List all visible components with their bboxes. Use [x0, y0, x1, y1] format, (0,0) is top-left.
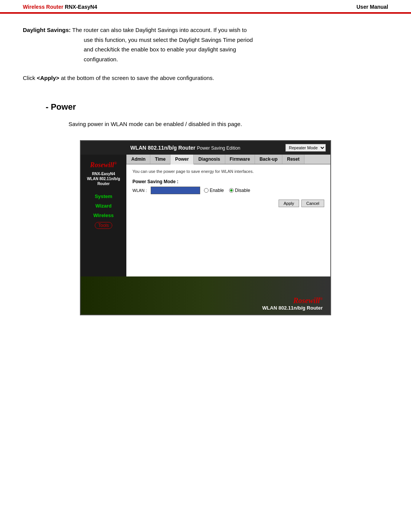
router-main-panel: Admin Time Power Diagnosis Firmware Back…	[126, 155, 330, 276]
sidebar-model: RNX-EasyN4 WLAN 802.11n/b/g Router	[81, 170, 126, 190]
daylight-label: Daylight Savings:	[23, 27, 71, 33]
tab-time[interactable]: Time	[150, 155, 170, 164]
daylight-text2: use this function, you must select the D…	[84, 37, 253, 43]
router-footer-content: Rosewill® WLAN 802.11n/b/g Router	[262, 296, 323, 311]
tab-admin[interactable]: Admin	[126, 155, 150, 164]
main-content: Daylight Savings: The router can also ta…	[0, 14, 411, 331]
enable-label: Enable	[210, 188, 224, 193]
cancel-button[interactable]: Cancel	[301, 200, 324, 207]
sidebar-item-wizard[interactable]: Wizard	[81, 201, 126, 211]
header-model: RNX-EasyN4	[65, 4, 97, 10]
wlan-row: WLAN : Enable Disable	[132, 187, 324, 194]
sidebar-item-wireless[interactable]: Wireless	[81, 211, 126, 220]
router-ui-body: Rosewill® RNX-EasyN4 WLAN 802.11n/b/g Ro…	[81, 155, 330, 276]
power-title: - Power	[46, 102, 388, 112]
header-wireless-label: Wireless Router	[23, 4, 63, 10]
sidebar-item-tools-wrap: Tools	[81, 220, 126, 231]
router-title-subtitle: Power Saving Edition	[197, 145, 240, 151]
rosewill-logo: Rosewill®	[83, 161, 124, 168]
wlan-label: WLAN :	[132, 188, 147, 193]
tab-bar: Admin Time Power Diagnosis Firmware Back…	[126, 155, 330, 165]
router-title-main: WLAN 802.11n/b/g Router	[130, 145, 195, 151]
tab-reset[interactable]: Reset	[282, 155, 304, 164]
header-right: User Manual	[357, 4, 388, 10]
sidebar-item-system[interactable]: System	[81, 192, 126, 201]
power-saving-mode-label: Power Saving Mode :	[132, 179, 324, 184]
power-intro-text: You can use the power page to save energ…	[132, 169, 324, 174]
radio-group: Enable Disable	[204, 188, 250, 193]
router-ui-header: WLAN 802.11n/b/g Router Power Saving Edi…	[81, 141, 330, 155]
power-section: - Power Saving power in WLAN mode can be…	[23, 102, 388, 315]
router-title: WLAN 802.11n/b/g Router Power Saving Edi…	[130, 145, 240, 151]
wlan-input[interactable]	[151, 187, 200, 194]
apply-button[interactable]: Apply	[279, 200, 299, 207]
radio-enable[interactable]: Enable	[204, 188, 224, 193]
router-title-area: WLAN 802.11n/b/g Router Power Saving Edi…	[85, 145, 285, 151]
tab-power[interactable]: Power	[170, 155, 194, 165]
header-left: Wireless Router RNX-EasyN4	[23, 4, 97, 10]
apply-bold: <Apply>	[37, 75, 59, 81]
sidebar-logo: Rosewill®	[81, 158, 126, 170]
click-prefix: Click	[23, 75, 37, 81]
tab-firmware[interactable]: Firmware	[225, 155, 255, 164]
radio-enable-circle	[204, 188, 209, 193]
disable-label: Disable	[235, 188, 250, 193]
click-suffix: at the bottom of the screen to save the …	[59, 75, 214, 81]
router-ui-screenshot: WLAN 802.11n/b/g Router Power Saving Edi…	[80, 140, 331, 315]
page-header: Wireless Router RNX-EasyN4 User Manual	[0, 0, 411, 14]
tab-diagnosis[interactable]: Diagnosis	[194, 155, 225, 164]
radio-disable[interactable]: Disable	[229, 188, 250, 193]
daylight-text3: and check/tick the enable box to enable …	[84, 46, 236, 53]
radio-disable-circle	[229, 188, 234, 193]
router-main-inner: You can use the power page to save energ…	[126, 165, 330, 212]
click-apply-para: Click <Apply> at the bottom of the scree…	[23, 73, 388, 83]
daylight-indent: use this function, you must select the D…	[84, 35, 388, 64]
tab-backup[interactable]: Back-up	[255, 155, 282, 164]
sidebar-nav: System Wizard Wireless Tools	[81, 190, 126, 232]
daylight-savings-para: Daylight Savings: The router can also ta…	[23, 25, 388, 64]
router-footer: Rosewill® WLAN 802.11n/b/g Router	[81, 276, 330, 315]
mode-select[interactable]: Repeater Mode	[285, 144, 326, 152]
power-description: Saving power in WLAN mode can be enabled…	[68, 120, 388, 129]
action-buttons: Apply Cancel	[132, 200, 324, 207]
daylight-text4: configuration.	[84, 56, 118, 62]
daylight-text1: The router can also take Daylight Saving…	[72, 27, 247, 33]
router-sidebar: Rosewill® RNX-EasyN4 WLAN 802.11n/b/g Ro…	[81, 155, 126, 276]
footer-model: WLAN 802.11n/b/g Router	[262, 305, 323, 311]
sidebar-item-tools[interactable]: Tools	[95, 222, 112, 229]
footer-logo: Rosewill®	[262, 296, 323, 305]
